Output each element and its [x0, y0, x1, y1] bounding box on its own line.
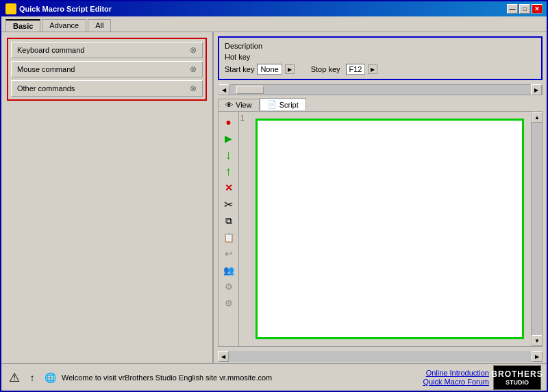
other-command-button[interactable]: Other commands ⊗: [11, 80, 203, 97]
mouse-chevron-icon: ⊗: [190, 64, 197, 74]
script-area: ● ▶ ↓ ↑ ✕ ✂ ⧉ 📋 ↩ 👥 ⚙ ⚙ 1: [218, 111, 543, 347]
maximize-button[interactable]: □: [519, 4, 530, 14]
online-intro-link[interactable]: Online Introduction: [426, 369, 489, 377]
other-command-label: Other commands: [17, 84, 75, 93]
move-up-button[interactable]: ↑: [221, 164, 236, 179]
line-numbers: 1: [239, 112, 253, 346]
logo-studio: STUDIO: [506, 379, 529, 386]
hscroll-thumb[interactable]: [236, 86, 264, 94]
minimize-button[interactable]: —: [507, 4, 518, 14]
stop-key-dropdown[interactable]: F12: [346, 64, 366, 75]
tab-view[interactable]: 👁 View: [218, 99, 260, 111]
status-bar: ⚠ ↑ 🌐 Welcome to visit vrBrothers Studio…: [1, 363, 547, 391]
window-controls: — □ ✕: [507, 4, 543, 14]
right-panel: Description Hot key Start key None ▶ Sto…: [214, 32, 547, 363]
undo-button[interactable]: ↩: [221, 246, 236, 261]
cut-icon[interactable]: ✂: [221, 197, 236, 212]
window-title: Quick Macro Script Editor: [19, 5, 112, 13]
title-bar: ⚡ Quick Macro Script Editor — □ ✕: [1, 1, 547, 16]
other-chevron-icon: ⊗: [190, 84, 197, 93]
keys-row: Start key None ▶ Stop key F12 ▶: [225, 64, 536, 75]
left-panel: Keyboard command ⊗ Mouse command ⊗ Other…: [1, 32, 214, 363]
logo-brothers: BROTHERS: [491, 369, 543, 379]
title-bar-left: ⚡ Quick Macro Script Editor: [5, 3, 112, 14]
close-button[interactable]: ✕: [532, 4, 543, 14]
stop-key-value: F12: [349, 65, 362, 73]
tab-all[interactable]: All: [88, 19, 111, 32]
script-tab-icon: 📄: [267, 100, 277, 109]
main-tab-bar: Basic Advance All: [1, 16, 547, 32]
command-group: Keyboard command ⊗ Mouse command ⊗ Other…: [7, 38, 207, 101]
bottom-hscroll-left[interactable]: ◀: [218, 351, 229, 362]
main-content-area: Keyboard command ⊗ Mouse command ⊗ Other…: [1, 32, 547, 363]
view-tab-label: View: [236, 101, 252, 109]
play-button[interactable]: ▶: [221, 131, 236, 146]
hscroll-track[interactable]: [229, 85, 531, 95]
vscroll-up-button[interactable]: ▲: [532, 112, 543, 123]
hscroll-left-button[interactable]: ◀: [219, 84, 229, 95]
delete-button[interactable]: ✕: [221, 180, 236, 195]
status-icon-up[interactable]: ↑: [25, 370, 40, 385]
vscroll-down-button[interactable]: ▼: [532, 335, 543, 346]
users-button[interactable]: 👥: [221, 262, 236, 278]
paste-button[interactable]: 📋: [221, 230, 236, 245]
config1-button[interactable]: ⚙: [221, 279, 236, 294]
status-icons: ⚠ ↑ 🌐: [7, 370, 58, 385]
start-key-arrow[interactable]: ▶: [285, 64, 295, 74]
status-icon-globe[interactable]: 🌐: [42, 370, 58, 385]
brothers-studio-logo: BROTHERS STUDIO: [493, 365, 541, 390]
view-tab-icon: 👁: [225, 101, 233, 109]
config2-button[interactable]: ⚙: [221, 295, 236, 310]
record-button[interactable]: ●: [221, 114, 236, 130]
vertical-toolbar: ● ▶ ↓ ↑ ✕ ✂ ⧉ 📋 ↩ 👥 ⚙ ⚙: [219, 112, 239, 346]
description-label: Description: [225, 42, 536, 50]
main-window: ⚡ Quick Macro Script Editor — □ ✕ Basic …: [0, 0, 548, 392]
tab-basic[interactable]: Basic: [5, 19, 40, 32]
script-editor[interactable]: [256, 119, 524, 339]
keyboard-command-button[interactable]: Keyboard command ⊗: [11, 42, 203, 58]
start-key-label: Start key: [225, 65, 254, 73]
forum-link[interactable]: Quick Macro Forum: [423, 378, 489, 386]
status-icon-warning[interactable]: ⚠: [7, 370, 22, 385]
keyboard-chevron-icon: ⊗: [190, 45, 197, 55]
script-tab-label: Script: [279, 101, 299, 109]
bottom-hscroll: ◀ ▶: [218, 351, 543, 362]
tab-script[interactable]: 📄 Script: [260, 98, 306, 111]
description-area: Description Hot key Start key None ▶ Sto…: [218, 36, 543, 80]
bottom-hscroll-track[interactable]: [229, 351, 532, 362]
view-script-tabs: 👁 View 📄 Script: [218, 98, 543, 111]
keyboard-command-label: Keyboard command: [17, 46, 84, 54]
stop-key-label: Stop key: [311, 65, 340, 73]
copy-button[interactable]: ⧉: [221, 213, 236, 228]
vscroll-track[interactable]: [532, 123, 542, 335]
hotkey-label: Hot key: [225, 53, 250, 61]
tab-advance[interactable]: Advance: [42, 19, 86, 32]
bottom-hscroll-right[interactable]: ▶: [532, 351, 543, 362]
start-key-value: None: [260, 65, 278, 73]
start-key-dropdown[interactable]: None: [257, 64, 282, 75]
vertical-scrollbar: ▲ ▼: [531, 112, 542, 346]
mouse-command-label: Mouse command: [17, 65, 75, 73]
move-down-button[interactable]: ↓: [221, 147, 236, 162]
hscroll-right-button[interactable]: ▶: [531, 84, 542, 95]
mouse-command-button[interactable]: Mouse command ⊗: [11, 61, 203, 77]
horizontal-scrollbar[interactable]: ◀ ▶: [218, 84, 543, 95]
welcome-message: Welcome to visit vrBrothers Studio Engli…: [62, 373, 419, 382]
bottom-links: Online Introduction Quick Macro Forum: [423, 369, 489, 386]
app-icon: ⚡: [5, 3, 16, 14]
hotkey-row: Hot key: [225, 53, 536, 61]
stop-key-arrow[interactable]: ▶: [368, 64, 377, 74]
